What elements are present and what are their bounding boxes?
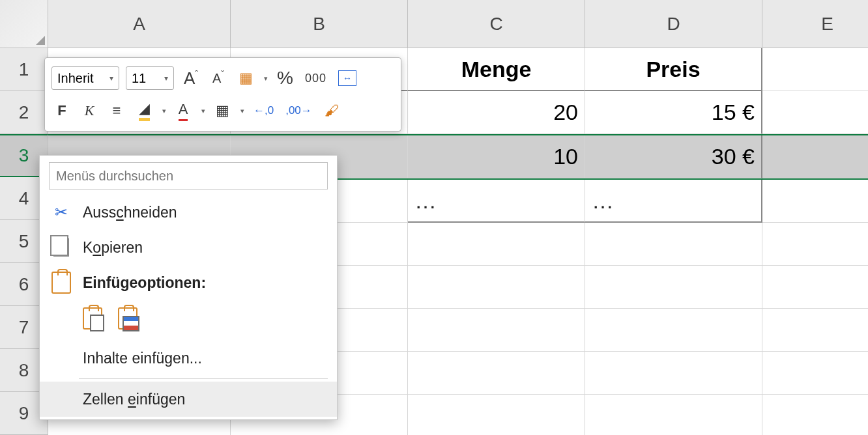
cell[interactable]: [408, 395, 585, 435]
menu-search-input[interactable]: [56, 169, 321, 184]
cell[interactable]: [762, 266, 868, 309]
font-size-value: 11: [132, 71, 146, 86]
format-painter-button[interactable]: 🖌: [321, 98, 342, 124]
cell-c1[interactable]: Menge: [408, 48, 585, 91]
conditional-format-button[interactable]: ▦: [235, 65, 256, 91]
col-header-e[interactable]: E: [762, 0, 868, 48]
font-color-button[interactable]: A: [173, 98, 194, 124]
menu-separator: [79, 378, 328, 379]
chevron-down-icon[interactable]: ▾: [162, 107, 166, 115]
cell[interactable]: [585, 309, 762, 352]
font-size-combo[interactable]: 11 ▾: [126, 66, 174, 90]
fill-color-button[interactable]: ◢: [134, 98, 154, 124]
copy-icon: [51, 238, 71, 257]
paste-picture-button[interactable]: [118, 307, 137, 333]
menu-label: Inhalte einfügen...: [83, 350, 202, 367]
bold-button[interactable]: F: [51, 98, 72, 124]
col-header-b[interactable]: B: [231, 0, 408, 48]
align-button[interactable]: ≡: [106, 98, 127, 124]
cell-c4[interactable]: …: [408, 180, 585, 223]
decrease-decimal-button[interactable]: ←,0: [251, 98, 276, 124]
cell[interactable]: [408, 309, 585, 352]
italic-button[interactable]: K: [79, 98, 100, 124]
font-name-value: Inherit: [57, 71, 94, 86]
menu-label: Ausschneiden: [83, 204, 177, 221]
context-menu: Ausschneiden Kopieren Einfügeoptionen: I…: [39, 155, 338, 420]
increase-font-button[interactable]: Aˆ: [181, 65, 201, 91]
scissors-icon: [51, 203, 71, 221]
cell-c3[interactable]: 10: [408, 135, 585, 178]
chevron-down-icon[interactable]: ▾: [264, 74, 268, 83]
paste-icon: [51, 272, 71, 294]
menu-label: Einfügeoptionen:: [83, 274, 206, 292]
chevron-down-icon[interactable]: ▾: [201, 107, 205, 115]
mini-toolbar: Inherit ▾ 11 ▾ Aˆ Aˇ ▦ ▾ % 000 ↔ F K ≡ ◢…: [44, 57, 401, 132]
cell-d3[interactable]: 30 €: [585, 135, 762, 178]
cell[interactable]: [408, 352, 585, 395]
cell[interactable]: [408, 266, 585, 309]
col-header-d[interactable]: D: [585, 0, 762, 48]
col-header-c[interactable]: C: [408, 0, 585, 48]
cell[interactable]: [585, 395, 762, 435]
menu-item-copy[interactable]: Kopieren: [40, 230, 337, 265]
borders-button[interactable]: ▦: [212, 98, 233, 124]
cell[interactable]: [585, 223, 762, 266]
cell[interactable]: [762, 395, 868, 435]
cell[interactable]: [585, 266, 762, 309]
chevron-down-icon: ▾: [109, 74, 113, 83]
col-header-a[interactable]: A: [48, 0, 231, 48]
menu-label: Zellen einfügen: [83, 391, 185, 408]
font-name-combo[interactable]: Inherit ▾: [51, 66, 119, 90]
thousands-format-button[interactable]: 000: [302, 65, 329, 91]
menu-heading-paste-options: Einfügeoptionen:: [40, 265, 337, 300]
cell-d2[interactable]: 15 €: [585, 91, 762, 134]
menu-label: Kopieren: [83, 239, 143, 257]
cell[interactable]: [762, 352, 868, 395]
paste-default-button[interactable]: [83, 307, 102, 333]
cell-d4[interactable]: …: [585, 180, 762, 223]
select-all-corner[interactable]: [0, 0, 48, 48]
cell-e2[interactable]: [762, 91, 868, 134]
percent-format-button[interactable]: %: [274, 65, 296, 91]
cell-e4[interactable]: [762, 180, 868, 223]
row-header-2[interactable]: 2: [0, 91, 48, 134]
autofit-button[interactable]: ↔: [336, 65, 359, 91]
cell-d1[interactable]: Preis: [585, 48, 762, 91]
decrease-font-button[interactable]: Aˇ: [208, 65, 229, 91]
cell-e3[interactable]: [762, 135, 868, 178]
paste-option-row: [40, 300, 337, 341]
cell[interactable]: [585, 352, 762, 395]
menu-item-cut[interactable]: Ausschneiden: [40, 195, 337, 230]
cell[interactable]: [408, 223, 585, 266]
bucket-icon: ◢: [139, 100, 150, 121]
menu-item-insert-cells[interactable]: Zellen einfügen: [40, 382, 337, 417]
autofit-icon: ↔: [338, 70, 356, 86]
row-header-1[interactable]: 1: [0, 48, 48, 91]
cell[interactable]: [762, 223, 868, 266]
menu-search-box[interactable]: [49, 162, 328, 189]
menu-item-paste-special[interactable]: Inhalte einfügen...: [40, 341, 337, 376]
cell-e1[interactable]: [762, 48, 868, 91]
increase-decimal-button[interactable]: ,00→: [283, 98, 315, 124]
chevron-down-icon[interactable]: ▾: [240, 107, 244, 115]
cell[interactable]: [762, 309, 868, 352]
chevron-down-icon: ▾: [164, 74, 168, 83]
cell-c2[interactable]: 20: [408, 91, 585, 134]
